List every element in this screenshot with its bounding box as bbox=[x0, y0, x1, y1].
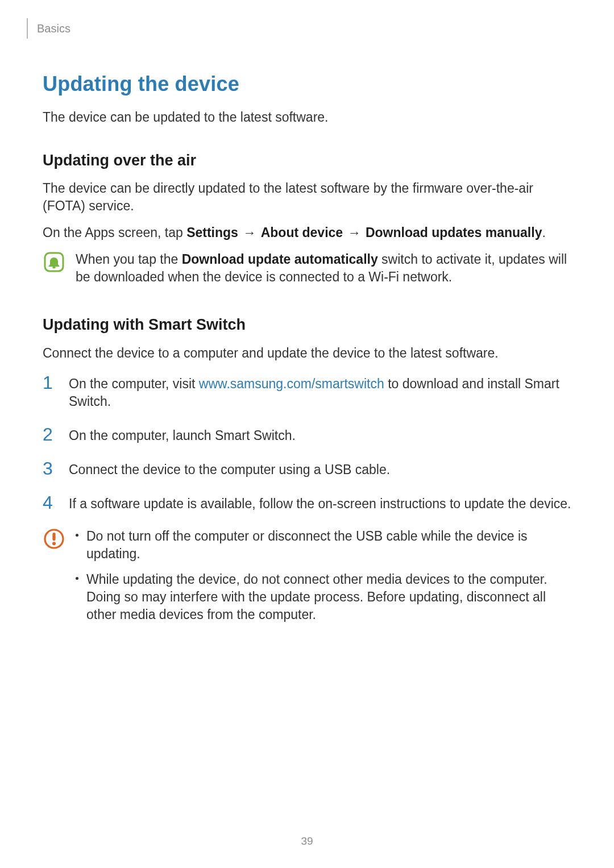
bullet-item: Do not turn off the computer or disconne… bbox=[76, 528, 571, 563]
ota-paragraph-2: On the Apps screen, tap Settings → About… bbox=[43, 224, 571, 242]
bullet-dot-icon bbox=[76, 534, 78, 537]
note-icon bbox=[43, 251, 65, 290]
step-text: Connect the device to the computer using… bbox=[69, 459, 571, 479]
ota-p2-pre: On the Apps screen, tap bbox=[43, 225, 186, 240]
ordered-list: 1 On the computer, visit www.samsung.com… bbox=[43, 373, 571, 513]
svg-rect-1 bbox=[52, 267, 55, 268]
caution-text: Do not turn off the computer or disconne… bbox=[76, 528, 571, 632]
arrow-icon: → bbox=[243, 225, 256, 240]
ota-paragraph-1: The device can be directly updated to th… bbox=[43, 180, 571, 215]
step-number: 1 bbox=[43, 373, 59, 410]
note-pre: When you tap the bbox=[76, 252, 182, 267]
bullet-item: While updating the device, do not connec… bbox=[76, 571, 571, 624]
svg-point-4 bbox=[52, 542, 56, 545]
step-number: 2 bbox=[43, 425, 59, 445]
smartswitch-paragraph-1: Connect the device to a computer and upd… bbox=[43, 344, 571, 362]
list-item: 3 Connect the device to the computer usi… bbox=[43, 459, 571, 479]
svg-rect-3 bbox=[52, 533, 55, 541]
section-title-ota: Updating over the air bbox=[43, 150, 571, 171]
section-title-smartswitch: Updating with Smart Switch bbox=[43, 314, 571, 335]
bullet-text: While updating the device, do not connec… bbox=[86, 571, 571, 624]
ota-p2-settings: Settings bbox=[186, 225, 238, 240]
caution-block: Do not turn off the computer or disconne… bbox=[43, 528, 571, 632]
note-block: When you tap the Download update automat… bbox=[43, 251, 571, 290]
step-text: On the computer, launch Smart Switch. bbox=[69, 425, 571, 445]
note-text: When you tap the Download update automat… bbox=[76, 251, 571, 290]
bullet-text: Do not turn off the computer or disconne… bbox=[86, 528, 571, 563]
step-text: If a software update is available, follo… bbox=[69, 493, 571, 513]
step-text: On the computer, visit www.samsung.com/s… bbox=[69, 373, 571, 410]
step1-pre: On the computer, visit bbox=[69, 376, 199, 391]
step-number: 4 bbox=[43, 493, 59, 513]
ota-p2-about-device: About device bbox=[261, 225, 343, 240]
smartswitch-link[interactable]: www.samsung.com/smartswitch bbox=[199, 376, 384, 391]
page-number: 39 bbox=[0, 834, 614, 849]
arrow-icon: → bbox=[348, 225, 361, 240]
bullet-dot-icon bbox=[76, 577, 78, 580]
header-rule bbox=[27, 18, 28, 39]
running-title: Basics bbox=[37, 21, 70, 36]
ota-p2-download-manually: Download updates manually bbox=[366, 225, 542, 240]
step-number: 3 bbox=[43, 459, 59, 479]
caution-icon bbox=[43, 528, 65, 632]
page-content: Basics Updating the device The device ca… bbox=[0, 0, 614, 632]
intro-paragraph: The device can be updated to the latest … bbox=[43, 109, 571, 126]
page-title: Updating the device bbox=[43, 70, 571, 98]
ota-p2-post: . bbox=[542, 225, 545, 240]
list-item: 1 On the computer, visit www.samsung.com… bbox=[43, 373, 571, 410]
running-header: Basics bbox=[43, 18, 571, 39]
note-bold: Download update automatically bbox=[182, 252, 378, 267]
list-item: 2 On the computer, launch Smart Switch. bbox=[43, 425, 571, 445]
list-item: 4 If a software update is available, fol… bbox=[43, 493, 571, 513]
